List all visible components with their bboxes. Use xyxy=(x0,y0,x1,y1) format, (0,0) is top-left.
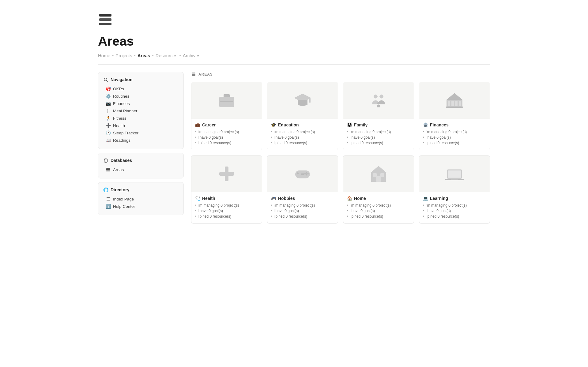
svg-point-18 xyxy=(379,95,383,99)
family-icon: 👨‍👩‍👧 xyxy=(347,122,352,127)
fitness-icon: 🏃 xyxy=(106,116,111,121)
sidebar-directory-title: 🌐 Directory xyxy=(103,187,179,192)
card-home-stat-2: I have 0 goal(s) xyxy=(347,209,410,213)
card-education-title: 🎓 Education xyxy=(271,122,334,127)
sidebar-item-fitness[interactable]: 🏃 Fitness xyxy=(103,114,179,122)
breadcrumb-areas: Areas xyxy=(138,53,150,58)
sidebar-item-meal-planner[interactable]: 🍴 Meal Planner xyxy=(103,107,179,114)
svg-point-19 xyxy=(377,102,380,105)
list-icon: ☰ xyxy=(106,197,111,201)
card-finances-body: 🏛️ Finances I'm managing 0 project(s) I … xyxy=(419,119,490,150)
logo-icon xyxy=(98,12,113,27)
sidebar-navigation-section: Navigation 🎯 OKRs ⚙️ Routines 📷 Finances… xyxy=(98,72,184,149)
card-family-body: 👨‍👩‍👧 Family I'm managing 0 project(s) I… xyxy=(343,119,414,150)
svg-point-34 xyxy=(304,173,306,175)
card-family-image xyxy=(343,82,414,119)
card-hobbies-body: 🎮 Hobbies I'm managing 0 project(s) I ha… xyxy=(267,192,338,223)
breadcrumb-archives[interactable]: Archives xyxy=(183,53,201,58)
svg-rect-14 xyxy=(220,101,233,102)
content-layout: Navigation 🎯 OKRs ⚙️ Routines 📷 Finances… xyxy=(98,72,490,224)
card-family-stat-1: I'm managing 0 project(s) xyxy=(347,130,410,134)
svg-rect-13 xyxy=(224,94,230,97)
sidebar-item-okrs[interactable]: 🎯 OKRs xyxy=(103,85,179,92)
logo xyxy=(98,12,490,28)
sidebar-item-finances[interactable]: 📷 Finances xyxy=(103,100,179,107)
sidebar-databases-title: Databases xyxy=(103,158,179,163)
sidebar-item-sleep-tracker[interactable]: 🕐 Sleep Tracker xyxy=(103,129,179,137)
sidebar-item-index-page[interactable]: ☰ Index Page xyxy=(103,195,179,203)
svg-line-4 xyxy=(107,81,108,82)
card-health-body: 🩺 Health I'm managing 0 project(s) I hav… xyxy=(191,192,262,223)
graduation-icon: 🎓 xyxy=(271,122,276,127)
card-career-stat-2: I have 0 goal(s) xyxy=(195,135,258,140)
svg-rect-7 xyxy=(106,169,110,170)
breadcrumb-home[interactable]: Home xyxy=(98,53,110,58)
sidebar-item-routines[interactable]: ⚙️ Routines xyxy=(103,92,179,100)
card-family-stat-3: I pined 0 resource(s) xyxy=(347,141,410,145)
finances-icon: 📷 xyxy=(106,101,111,106)
sidebar-navigation-title: Navigation xyxy=(103,77,179,82)
card-health-stat-2: I have 0 goal(s) xyxy=(195,209,258,213)
card-hobbies-stat-3: I pined 0 resource(s) xyxy=(271,214,334,219)
gamepad-icon: 🎮 xyxy=(271,196,276,201)
breadcrumb: Home • Projects • Areas • Resources • Ar… xyxy=(98,53,490,65)
svg-rect-10 xyxy=(192,74,195,75)
breadcrumb-projects[interactable]: Projects xyxy=(115,53,132,58)
svg-rect-37 xyxy=(301,174,304,175)
svg-rect-0 xyxy=(99,14,111,17)
card-learning[interactable]: 💻 Learning I'm managing 0 project(s) I h… xyxy=(419,155,490,224)
card-home[interactable]: 🏠 Home I'm managing 0 project(s) I have … xyxy=(343,155,414,224)
card-hobbies-title: 🎮 Hobbies xyxy=(271,196,334,201)
card-learning-image xyxy=(419,155,490,192)
svg-marker-21 xyxy=(447,93,462,100)
stack-icon xyxy=(106,167,111,172)
health-icon: ➕ xyxy=(106,123,111,128)
card-finances-title: 🏛️ Finances xyxy=(423,122,486,127)
card-finances-stat-3: I pined 0 resource(s) xyxy=(423,141,486,145)
svg-rect-25 xyxy=(459,101,461,106)
svg-rect-22 xyxy=(448,101,450,106)
card-health-stat-1: I'm managing 0 project(s) xyxy=(195,203,258,208)
sidebar-item-help-center[interactable]: ℹ️ Help Center xyxy=(103,203,179,210)
card-education[interactable]: 🎓 Education I'm managing 0 project(s) I … xyxy=(267,82,338,150)
card-career-image xyxy=(191,82,262,119)
card-hobbies-stat-2: I have 0 goal(s) xyxy=(271,209,334,213)
svg-point-32 xyxy=(306,172,307,174)
breadcrumb-resources[interactable]: Resources xyxy=(156,53,178,58)
svg-rect-6 xyxy=(106,168,110,169)
areas-header-icon xyxy=(191,72,196,77)
cards-grid: 💼 Career I'm managing 0 project(s) I hav… xyxy=(191,82,490,224)
sidebar-item-readings[interactable]: 📖 Readings xyxy=(103,137,179,144)
sidebar-item-health[interactable]: ➕ Health xyxy=(103,122,179,129)
svg-rect-24 xyxy=(455,101,458,106)
svg-point-33 xyxy=(307,173,309,175)
card-family-stat-2: I have 0 goal(s) xyxy=(347,135,410,140)
card-family[interactable]: 👨‍👩‍👧 Family I'm managing 0 project(s) I… xyxy=(343,82,414,150)
meal-icon: 🍴 xyxy=(106,108,111,113)
svg-rect-23 xyxy=(451,101,454,106)
card-career[interactable]: 💼 Career I'm managing 0 project(s) I hav… xyxy=(191,82,262,150)
areas-section-header: AREAS xyxy=(191,72,490,77)
sidebar-item-areas[interactable]: Areas xyxy=(103,166,179,173)
svg-rect-8 xyxy=(106,170,110,171)
card-education-stat-1: I'm managing 0 project(s) xyxy=(271,130,334,134)
svg-rect-26 xyxy=(446,107,463,108)
page-title: Areas xyxy=(98,34,490,49)
card-home-stat-1: I'm managing 0 project(s) xyxy=(347,203,410,208)
search-icon xyxy=(103,77,108,82)
laptop-icon: 💻 xyxy=(423,196,428,201)
svg-rect-40 xyxy=(373,173,377,177)
svg-rect-41 xyxy=(380,173,384,177)
card-hobbies[interactable]: 🎮 Hobbies I'm managing 0 project(s) I ha… xyxy=(267,155,338,224)
svg-point-35 xyxy=(306,174,307,176)
briefcase-icon: 💼 xyxy=(195,122,200,127)
card-finances[interactable]: 🏛️ Finances I'm managing 0 project(s) I … xyxy=(419,82,490,150)
card-career-stat-3: I pined 0 resource(s) xyxy=(195,141,258,145)
svg-rect-16 xyxy=(309,98,311,103)
gear-icon: ⚙️ xyxy=(106,94,111,99)
globe-icon: 🌐 xyxy=(103,187,108,192)
svg-rect-31 xyxy=(297,172,298,174)
svg-rect-28 xyxy=(219,172,234,176)
main-area: AREAS 💼 Career xyxy=(191,72,490,224)
card-health[interactable]: 🩺 Health I'm managing 0 project(s) I hav… xyxy=(191,155,262,224)
